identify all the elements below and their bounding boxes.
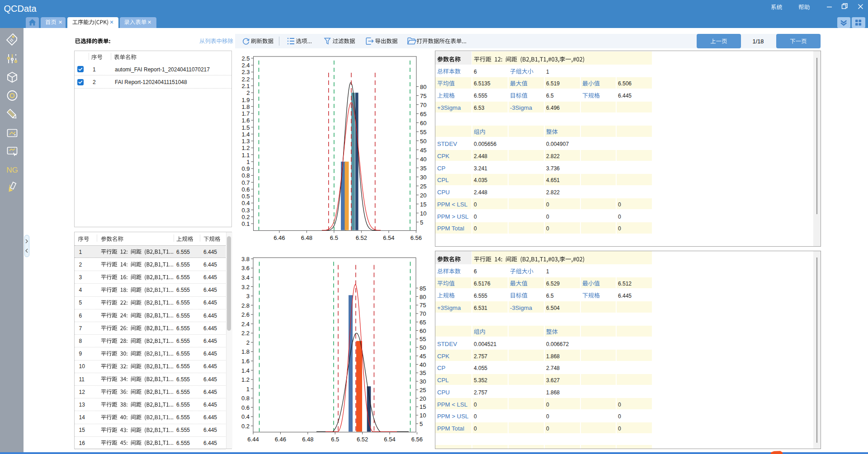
svg-text:65: 65 [420, 111, 426, 117]
svg-text:2.3: 2.3 [241, 69, 250, 75]
svg-text:3.6: 3.6 [241, 265, 250, 271]
svg-text:1.5: 1.5 [241, 124, 250, 131]
svg-text:0.4: 0.4 [241, 200, 250, 206]
svg-text:0.8: 0.8 [241, 395, 250, 402]
svg-text:65: 65 [420, 319, 426, 326]
svg-text:6.52: 6.52 [357, 436, 368, 443]
svg-text:0.9: 0.9 [241, 165, 250, 172]
svg-text:2.2: 2.2 [241, 76, 250, 83]
svg-text:15: 15 [420, 403, 426, 410]
svg-text:0.2: 0.2 [241, 214, 250, 220]
svg-text:25: 25 [420, 387, 426, 393]
svg-text:0.1: 0.1 [241, 220, 250, 227]
svg-text:35: 35 [420, 370, 426, 376]
svg-text:3: 3 [246, 293, 250, 300]
svg-text:80: 80 [420, 294, 426, 300]
svg-text:2: 2 [246, 339, 250, 346]
svg-text:60: 60 [420, 328, 426, 334]
svg-text:55: 55 [420, 336, 426, 342]
svg-text:1.1: 1.1 [241, 152, 250, 159]
svg-text:20: 20 [420, 395, 426, 402]
svg-text:1.8: 1.8 [241, 103, 250, 110]
svg-text:6.5: 6.5 [331, 436, 339, 443]
svg-text:35: 35 [420, 165, 426, 172]
svg-text:6.46: 6.46 [274, 234, 285, 241]
svg-text:1.7: 1.7 [241, 110, 250, 117]
svg-text:0.6: 0.6 [241, 186, 250, 193]
svg-text:40: 40 [420, 156, 426, 163]
svg-text:2.4: 2.4 [241, 62, 250, 69]
svg-text:10: 10 [420, 412, 426, 419]
svg-text:2.6: 2.6 [241, 311, 250, 318]
svg-text:1.4: 1.4 [241, 367, 250, 374]
svg-text:0.2: 0.2 [241, 423, 250, 430]
svg-text:2.8: 2.8 [241, 302, 250, 309]
svg-text:70: 70 [420, 102, 426, 108]
svg-text:6.5: 6.5 [330, 234, 338, 241]
svg-text:5: 5 [420, 219, 423, 226]
svg-text:3.2: 3.2 [241, 284, 250, 290]
svg-text:6.48: 6.48 [301, 234, 312, 241]
svg-text:6.44: 6.44 [247, 436, 259, 443]
svg-text:50: 50 [420, 138, 426, 145]
svg-text:75: 75 [420, 93, 426, 99]
svg-text:1.4: 1.4 [241, 131, 250, 138]
svg-text:60: 60 [420, 120, 426, 126]
svg-text:2.4: 2.4 [241, 321, 250, 328]
svg-text:20: 20 [420, 192, 426, 199]
svg-text:1.2: 1.2 [241, 376, 250, 383]
svg-text:6.56: 6.56 [410, 234, 422, 241]
svg-text:2.2: 2.2 [241, 330, 250, 337]
svg-text:85: 85 [420, 285, 426, 292]
svg-text:70: 70 [420, 310, 426, 317]
svg-text:1.6: 1.6 [241, 117, 250, 124]
svg-text:80: 80 [420, 84, 426, 90]
svg-text:2.1: 2.1 [241, 83, 250, 89]
svg-text:15: 15 [420, 201, 426, 208]
svg-text:3.8: 3.8 [241, 256, 250, 262]
svg-text:1.8: 1.8 [241, 348, 250, 355]
svg-text:25: 25 [420, 183, 426, 190]
svg-text:45: 45 [420, 353, 426, 360]
svg-text:30: 30 [420, 378, 426, 385]
svg-text:0.7: 0.7 [241, 179, 250, 186]
svg-text:0.4: 0.4 [241, 413, 250, 420]
svg-text:6.54: 6.54 [384, 436, 395, 443]
svg-text:1.3: 1.3 [241, 138, 250, 145]
svg-text:0.5: 0.5 [241, 193, 250, 200]
svg-text:0.8: 0.8 [241, 172, 250, 179]
svg-text:30: 30 [420, 174, 426, 181]
svg-text:55: 55 [420, 129, 426, 136]
svg-text:2.5: 2.5 [241, 55, 250, 62]
svg-text:1.9: 1.9 [241, 97, 250, 103]
svg-text:1.2: 1.2 [241, 145, 250, 151]
svg-text:0.3: 0.3 [241, 207, 250, 214]
svg-text:45: 45 [420, 147, 426, 154]
svg-text:3.4: 3.4 [241, 274, 250, 281]
svg-text:1.6: 1.6 [241, 358, 250, 365]
svg-text:50: 50 [420, 344, 426, 351]
svg-text:1: 1 [246, 159, 250, 165]
svg-text:40: 40 [420, 361, 426, 368]
svg-text:75: 75 [420, 302, 426, 309]
svg-text:6.54: 6.54 [383, 234, 394, 241]
svg-text:10: 10 [420, 210, 426, 217]
svg-text:6.48: 6.48 [302, 436, 313, 443]
svg-text:5: 5 [420, 421, 423, 427]
svg-text:0.6: 0.6 [241, 404, 250, 411]
svg-text:2: 2 [246, 89, 250, 96]
svg-text:6.56: 6.56 [411, 436, 423, 443]
svg-text:6.46: 6.46 [275, 436, 286, 443]
svg-text:1: 1 [246, 386, 250, 393]
svg-text:6.52: 6.52 [356, 234, 367, 241]
